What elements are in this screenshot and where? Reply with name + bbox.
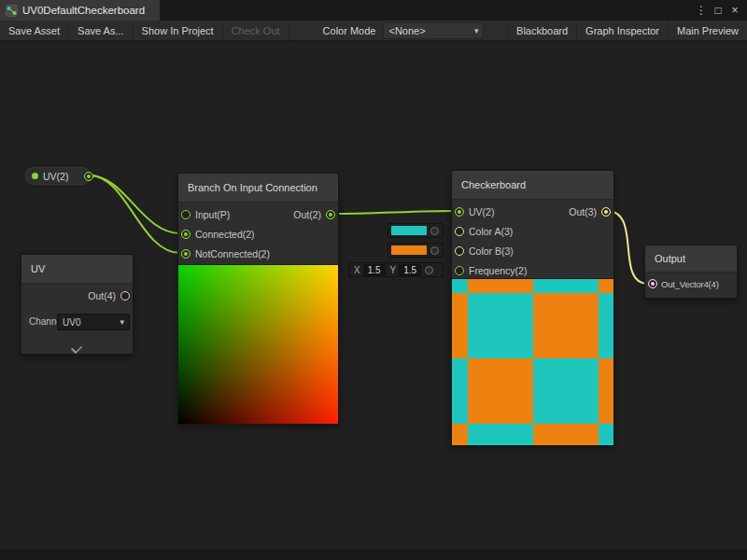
graph-tab[interactable]: UV0DefaultCheckerboard: [0, 0, 160, 21]
checker-cell: [452, 293, 468, 358]
color-b-field[interactable]: [388, 243, 444, 258]
checkerboard-preview: [452, 278, 613, 445]
checker-cell: [452, 358, 468, 424]
checkerboard-frequency-label: Frequency(2): [469, 265, 527, 276]
checker-cell: [468, 279, 533, 293]
frequency-x-label: X: [354, 265, 360, 275]
branch-input-label: Input(P): [195, 209, 230, 220]
window-controls: ⋮ □ ×: [694, 0, 747, 21]
checkerboard-out-label: Out(3): [569, 206, 597, 217]
frequency-x-input[interactable]: 1.5: [363, 264, 386, 276]
port-branch-notconnected[interactable]: [181, 249, 190, 259]
uv-pill-node[interactable]: UV(2): [23, 165, 92, 187]
port-checkerboard-frequency[interactable]: [455, 266, 464, 275]
output-node[interactable]: Output Out_Vector4(4): [644, 245, 738, 299]
branch-node[interactable]: Branch On Input Connection Input(P) Out(…: [177, 173, 339, 425]
shader-graph-icon: [6, 5, 18, 17]
toolbar: Save Asset Save As... Show In Project Ch…: [0, 21, 747, 41]
graph-inspector-toggle[interactable]: Graph Inspector: [576, 21, 668, 40]
port-checkerboard-out[interactable]: [601, 207, 611, 217]
checker-cell: [599, 358, 613, 424]
save-as-button[interactable]: Save As...: [69, 21, 134, 40]
frequency-y-input[interactable]: 1.5: [399, 264, 421, 276]
output-node-header[interactable]: Output: [645, 245, 737, 273]
color-mode-dropdown[interactable]: <None> ▾: [383, 22, 484, 39]
color-b-swatch[interactable]: [391, 245, 427, 255]
save-asset-button[interactable]: Save Asset: [0, 21, 69, 40]
branch-row-connected: Connected(2): [178, 225, 338, 245]
color-b-connector-dot: [430, 246, 439, 255]
graph-canvas[interactable]: UV(2) UV Out(4) Channe UV0 ▾ Branch On I…: [0, 41, 747, 549]
uv-channel-value: UV0: [63, 317, 80, 328]
output-port-label: Out_Vector4(4): [661, 279, 719, 289]
toolbar-right-group: Blackboard Graph Inspector Main Preview: [507, 21, 747, 40]
uv-pill-label: UV(2): [43, 171, 68, 182]
uv-out-row: Out(4): [21, 287, 133, 306]
port-checkerboard-color-b[interactable]: [455, 246, 464, 256]
edge-uvpill-to-connected[interactable]: [90, 175, 180, 233]
close-icon[interactable]: ×: [727, 4, 742, 17]
checker-cell: [599, 293, 613, 358]
port-branch-out[interactable]: [326, 210, 335, 219]
checkerboard-color-a-label: Color A(3): [469, 226, 513, 237]
show-in-project-button[interactable]: Show In Project: [134, 21, 223, 40]
checkerboard-row-color-b: Color B(3): [452, 242, 613, 261]
collapse-chevron-icon[interactable]: [72, 343, 83, 349]
uv-pill-preview-dot: [32, 173, 38, 179]
port-checkerboard-color-a[interactable]: [455, 227, 464, 236]
uv-node-header[interactable]: UV: [21, 255, 133, 284]
branch-node-preview: [178, 264, 338, 424]
frequency-connector-dot: [425, 266, 433, 274]
maximize-icon[interactable]: □: [711, 4, 726, 17]
uv-out-label: Out(4): [88, 290, 116, 301]
checkerboard-uv-label: UV(2): [469, 206, 494, 217]
port-uv-out[interactable]: [120, 291, 130, 301]
checker-cell: [533, 358, 599, 424]
checker-cell: [468, 293, 533, 358]
color-a-swatch[interactable]: [391, 226, 427, 235]
color-a-field[interactable]: [388, 223, 444, 238]
check-out-button: Check Out: [223, 21, 289, 40]
branch-node-header[interactable]: Branch On Input Connection: [178, 174, 338, 203]
checker-cell: [533, 424, 599, 445]
branch-row-notconnected: NotConnected(2): [178, 245, 338, 264]
blackboard-toggle[interactable]: Blackboard: [507, 21, 576, 40]
title-bar: UV0DefaultCheckerboard ⋮ □ ×: [0, 0, 747, 21]
color-mode-label: Color Mode: [317, 25, 382, 36]
port-branch-connected[interactable]: [181, 230, 190, 239]
checker-cell: [452, 279, 468, 293]
checker-cell: [468, 358, 533, 424]
port-uvpill-out[interactable]: [84, 172, 93, 181]
checker-cell: [599, 279, 613, 293]
branch-notconnected-label: NotConnected(2): [195, 248, 270, 259]
checker-cell: [452, 424, 468, 445]
main-preview-toggle[interactable]: Main Preview: [668, 21, 747, 40]
uv-node[interactable]: UV Out(4) Channe UV0 ▾: [21, 254, 134, 355]
checkerboard-node[interactable]: Checkerboard UV(2) Out(3) Color A(3) Col…: [451, 170, 614, 446]
port-branch-input[interactable]: [181, 210, 190, 219]
frequency-field: X 1.5 Y 1.5: [348, 262, 444, 277]
port-output-vector4[interactable]: [648, 279, 657, 288]
branch-connected-label: Connected(2): [195, 229, 255, 240]
checkerboard-color-b-label: Color B(3): [469, 245, 514, 257]
window-bottom-edge: [0, 549, 747, 560]
checker-cell: [533, 293, 599, 358]
color-a-connector-dot: [430, 227, 439, 235]
branch-out-label: Out(2): [293, 209, 321, 220]
chevron-down-icon: ▾: [474, 26, 479, 35]
checker-cell: [599, 424, 613, 445]
chevron-down-icon: ▾: [120, 317, 124, 327]
branch-row-input: Input(P) Out(2): [178, 205, 338, 225]
color-mode-value: <None>: [388, 25, 425, 36]
checkerboard-row-uv: UV(2) Out(3): [452, 203, 613, 222]
checkerboard-row-color-a: Color A(3): [452, 222, 613, 242]
checker-cell: [533, 279, 599, 293]
checker-cell: [468, 424, 533, 445]
edge-branch-to-checkerboard[interactable]: [331, 211, 456, 214]
edge-uvpill-to-notconnected[interactable]: [90, 175, 180, 253]
frequency-y-label: Y: [390, 265, 397, 275]
port-checkerboard-uv[interactable]: [455, 207, 464, 217]
uv-channel-dropdown[interactable]: UV0 ▾: [57, 314, 130, 330]
checkerboard-node-header[interactable]: Checkerboard: [452, 171, 613, 200]
kebab-menu-icon[interactable]: ⋮: [694, 4, 709, 17]
